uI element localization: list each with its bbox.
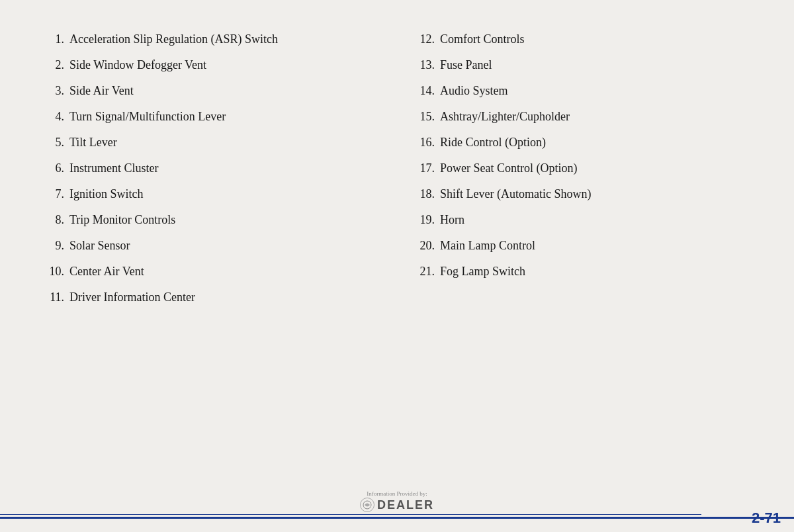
item-number: 16. (410, 134, 440, 152)
item-text: Instrument Cluster (69, 159, 158, 177)
item-text: Side Window Defogger Vent (69, 56, 206, 74)
list-item: 14.Audio System (410, 78, 754, 104)
list-item: 13.Fuse Panel (410, 52, 754, 78)
list-item: 7.Ignition Switch (40, 181, 384, 207)
item-number: 4. (40, 108, 69, 126)
item-text: Fuse Panel (440, 56, 492, 74)
dealer-text: DEALER (377, 498, 434, 512)
list-item: 11.Driver Information Center (40, 285, 384, 310)
item-number: 2. (40, 56, 69, 74)
item-number: 8. (40, 211, 69, 229)
item-number: 10. (40, 263, 69, 281)
item-text: Turn Signal/Multifunction Lever (69, 108, 226, 126)
list-item: 5.Tilt Lever (40, 130, 384, 155)
footer-info-label: Information Provided by: (360, 490, 434, 497)
item-text: Ride Control (Option) (440, 134, 546, 152)
item-text: Power Seat Control (Option) (440, 159, 577, 177)
item-number: 20. (410, 237, 440, 255)
item-number: 19. (410, 211, 440, 229)
footer-dealer: DEALER (360, 498, 434, 512)
item-text: Driver Information Center (69, 288, 195, 306)
item-number: 7. (40, 185, 69, 203)
item-number: 13. (410, 56, 440, 74)
item-number: 5. (40, 134, 69, 152)
item-number: 12. (410, 30, 440, 48)
item-text: Audio System (440, 82, 508, 100)
item-number: 14. (410, 82, 440, 100)
item-number: 6. (40, 159, 69, 177)
list-item: 10.Center Air Vent (40, 259, 384, 285)
item-number: 15. (410, 108, 440, 126)
list-item: 15.Ashtray/Lighter/Cupholder (410, 104, 754, 130)
list-item: 3.Side Air Vent (40, 78, 384, 104)
list-item: 9.Solar Sensor (40, 233, 384, 259)
list-item: 2.Side Window Defogger Vent (40, 52, 384, 78)
list-item: 12.Comfort Controls (410, 26, 754, 52)
list-item: 16.Ride Control (Option) (410, 130, 754, 155)
item-number: 1. (40, 30, 69, 48)
footer-line-thin (0, 514, 701, 515)
left-column: 1.Acceleration Slip Regulation (ASR) Swi… (40, 26, 384, 310)
list-item: 6.Instrument Cluster (40, 155, 384, 181)
list-item: 17.Power Seat Control (Option) (410, 155, 754, 181)
item-number: 17. (410, 159, 440, 177)
list-item: 19.Horn (410, 207, 754, 233)
item-text: Comfort Controls (440, 30, 525, 48)
item-number: 11. (40, 288, 69, 306)
list-item: 1.Acceleration Slip Regulation (ASR) Swi… (40, 26, 384, 52)
footer: Information Provided by: DEALER 2-71 (0, 496, 794, 532)
item-text: Trip Monitor Controls (69, 211, 175, 229)
item-text: Solar Sensor (69, 237, 130, 255)
item-text: Shift Lever (Automatic Shown) (440, 185, 591, 203)
list-item: 20.Main Lamp Control (410, 233, 754, 259)
item-number: 9. (40, 237, 69, 255)
item-number: 18. (410, 185, 440, 203)
dealer-logo-icon (360, 498, 375, 512)
list-item: 4.Turn Signal/Multifunction Lever (40, 104, 384, 130)
item-text: Tilt Lever (69, 134, 117, 152)
list-item: 8.Trip Monitor Controls (40, 207, 384, 233)
page-number: 2-71 (752, 510, 781, 527)
list-item: 18.Shift Lever (Automatic Shown) (410, 181, 754, 207)
item-text: Ignition Switch (69, 185, 144, 203)
item-number: 21. (410, 263, 440, 281)
footer-line-blue (0, 517, 794, 519)
page-content: 1.Acceleration Slip Regulation (ASR) Swi… (0, 0, 794, 324)
list-item: 21.Fog Lamp Switch (410, 259, 754, 285)
item-text: Acceleration Slip Regulation (ASR) Switc… (69, 30, 278, 48)
item-text: Fog Lamp Switch (440, 263, 525, 281)
item-text: Side Air Vent (69, 82, 134, 100)
item-text: Horn (440, 211, 464, 229)
item-text: Main Lamp Control (440, 237, 535, 255)
footer-info: Information Provided by: DEALER (360, 490, 434, 512)
item-text: Ashtray/Lighter/Cupholder (440, 108, 570, 126)
item-text: Center Air Vent (69, 263, 144, 281)
item-number: 3. (40, 82, 69, 100)
right-column: 12.Comfort Controls13.Fuse Panel14.Audio… (410, 26, 754, 310)
